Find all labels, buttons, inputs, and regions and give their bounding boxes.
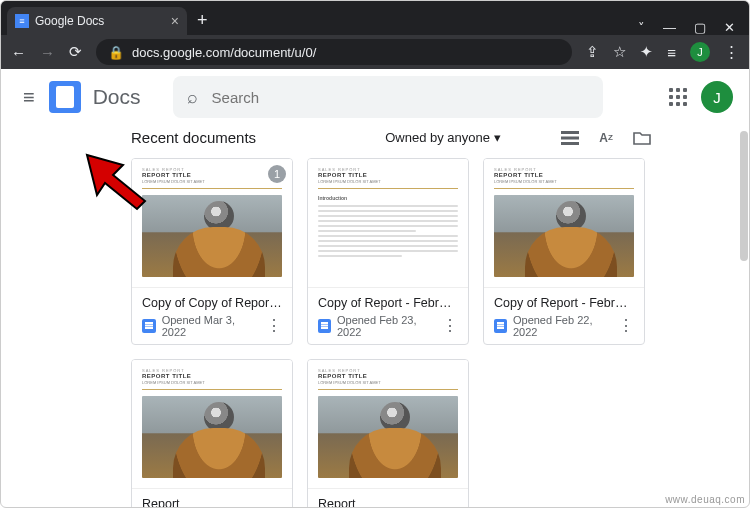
close-tab-icon[interactable]: × [171, 13, 179, 29]
search-input[interactable] [210, 88, 589, 107]
url-box[interactable]: 🔒 docs.google.com/document/u/0/ [96, 39, 572, 65]
opened-date: Opened Mar 3, 2022 [162, 314, 260, 338]
profile-avatar[interactable]: J [701, 81, 733, 113]
more-options-icon[interactable]: ⋮ [618, 321, 634, 331]
new-tab-button[interactable]: + [187, 10, 218, 35]
document-card[interactable]: SALES REPORT REPORT TITLE LOREM IPSUM DO… [483, 158, 645, 345]
kebab-menu-icon[interactable]: ⋮ [724, 43, 739, 61]
caret-down-icon: ▾ [494, 130, 501, 145]
reading-list-icon[interactable]: ≡ [667, 44, 676, 61]
sort-az-icon[interactable]: AZ [597, 131, 615, 145]
chevron-down-icon[interactable]: ˅ [638, 20, 645, 35]
list-view-icon[interactable] [561, 131, 579, 145]
document-title: Copy of Copy of Report - ... [142, 296, 282, 310]
docs-file-icon [318, 319, 331, 333]
main-menu-icon[interactable]: ≡ [17, 80, 41, 115]
browser-tab[interactable]: ≡ Google Docs × [7, 7, 187, 35]
browser-tab-bar: ≡ Google Docs × + ˅ — ▢ ✕ [1, 1, 749, 35]
documents-grid: 1 SALES REPORT REPORT TITLE LOREM IPSUM … [131, 158, 671, 508]
recent-documents-label: Recent documents [131, 129, 256, 146]
app-name: Docs [93, 85, 141, 109]
star-icon[interactable]: ☆ [613, 43, 626, 61]
browser-profile-avatar[interactable]: J [690, 42, 710, 62]
content-area: Recent documents Owned by anyone ▾ AZ 1 … [1, 125, 749, 508]
opened-date: Opened Feb 22, 2022 [513, 314, 612, 338]
svg-rect-2 [561, 142, 579, 145]
share-icon[interactable]: ⇪ [586, 43, 599, 61]
close-window-icon[interactable]: ✕ [724, 20, 735, 35]
watermark: www.deuaq.com [665, 494, 745, 505]
svg-rect-1 [561, 136, 579, 139]
tab-title: Google Docs [35, 14, 104, 28]
document-thumbnail: SALES REPORT REPORT TITLE LOREM IPSUM DO… [484, 159, 644, 287]
window-controls: ˅ — ▢ ✕ [638, 16, 749, 35]
document-thumbnail: SALES REPORT REPORT TITLE LOREM IPSUM DO… [132, 360, 292, 488]
document-title: Report [142, 497, 282, 508]
more-options-icon[interactable]: ⋮ [442, 321, 458, 331]
document-card[interactable]: 1 SALES REPORT REPORT TITLE LOREM IPSUM … [131, 158, 293, 345]
back-icon[interactable]: ← [11, 44, 26, 61]
scrollbar[interactable] [740, 131, 748, 261]
search-icon: ⌕ [187, 87, 198, 108]
browser-address-bar: ← → ⟳ 🔒 docs.google.com/document/u/0/ ⇪ … [1, 35, 749, 69]
svg-rect-0 [561, 131, 579, 134]
reload-icon[interactable]: ⟳ [69, 43, 82, 61]
badge: 1 [268, 165, 286, 183]
google-apps-icon[interactable] [669, 88, 687, 106]
owner-filter[interactable]: Owned by anyone ▾ [385, 130, 501, 145]
docs-file-icon [142, 319, 156, 333]
document-thumbnail: 1 SALES REPORT REPORT TITLE LOREM IPSUM … [132, 159, 292, 287]
minimize-icon[interactable]: — [663, 20, 676, 35]
search-box[interactable]: ⌕ [173, 76, 603, 118]
folder-icon[interactable] [633, 131, 651, 145]
document-card[interactable]: SALES REPORT REPORT TITLE LOREM IPSUM DO… [307, 359, 469, 508]
maximize-icon[interactable]: ▢ [694, 20, 706, 35]
docs-logo[interactable] [49, 81, 81, 113]
document-title: Copy of Report - Februar... [494, 296, 634, 310]
recent-header-row: Recent documents Owned by anyone ▾ AZ [131, 129, 651, 146]
opened-date: Opened Feb 23, 2022 [337, 314, 436, 338]
docs-favicon: ≡ [15, 14, 29, 28]
document-card[interactable]: SALES REPORT REPORT TITLE LOREM IPSUM DO… [131, 359, 293, 508]
forward-icon[interactable]: → [40, 44, 55, 61]
app-header: ≡ Docs ⌕ J [1, 69, 749, 125]
document-thumbnail: SALES REPORT REPORT TITLE LOREM IPSUM DO… [308, 360, 468, 488]
document-title: Copy of Report - Februar... [318, 296, 458, 310]
lock-icon: 🔒 [108, 45, 124, 60]
document-card[interactable]: SALES REPORT REPORT TITLE LOREM IPSUM DO… [307, 158, 469, 345]
more-options-icon[interactable]: ⋮ [266, 321, 282, 331]
owner-filter-label: Owned by anyone [385, 130, 490, 145]
url-text: docs.google.com/document/u/0/ [132, 45, 316, 60]
document-title: Report [318, 497, 458, 508]
document-thumbnail: SALES REPORT REPORT TITLE LOREM IPSUM DO… [308, 159, 468, 287]
docs-file-icon [494, 319, 507, 333]
extensions-icon[interactable]: ✦ [640, 43, 653, 61]
